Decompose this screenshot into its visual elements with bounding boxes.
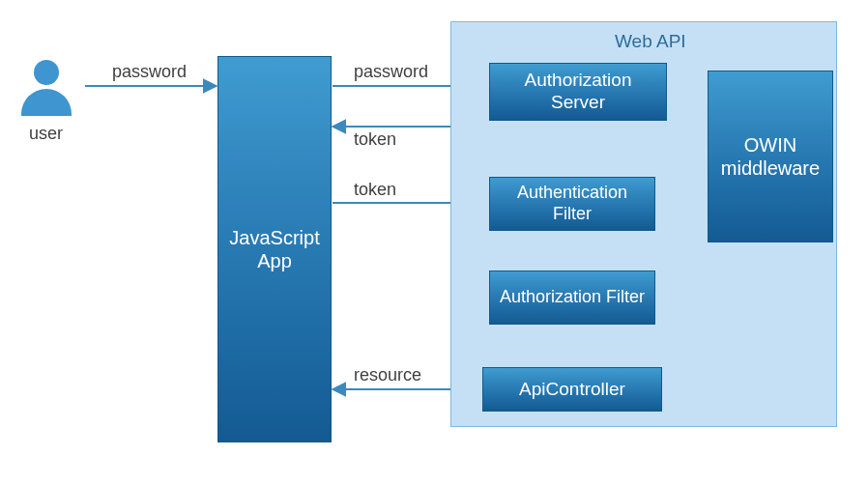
user-icon bbox=[21, 60, 72, 116]
edge-label-password-2: password bbox=[354, 62, 428, 82]
edge-label-resource: resource bbox=[354, 365, 421, 385]
edge-label-password-1: password bbox=[112, 62, 187, 82]
jsapp-box: JavaScript App bbox=[217, 56, 332, 442]
authnfilter-label: Authentication Filter bbox=[496, 183, 649, 224]
owin-label: OWIN middleware bbox=[714, 133, 826, 180]
authzfilter-box: Authorization Filter bbox=[489, 270, 655, 325]
owin-box: OWIN middleware bbox=[708, 71, 833, 242]
apicontroller-box: ApiController bbox=[482, 367, 662, 412]
edge-label-token-2: token bbox=[354, 180, 396, 200]
apicontroller-label: ApiController bbox=[519, 379, 625, 401]
jsapp-label: JavaScript App bbox=[224, 226, 325, 272]
authserver-box: Authorization Server bbox=[489, 63, 667, 121]
edge-label-token-1: token bbox=[354, 129, 396, 150]
authserver-label: Authorization Server bbox=[496, 70, 660, 114]
user-label: user bbox=[29, 124, 63, 144]
authzfilter-label: Authorization Filter bbox=[500, 287, 645, 308]
webapi-title: Web API bbox=[615, 31, 686, 52]
diagram-stage: { "diagram": { "user_label": "user", "js… bbox=[0, 0, 868, 484]
authnfilter-box: Authentication Filter bbox=[489, 177, 655, 231]
